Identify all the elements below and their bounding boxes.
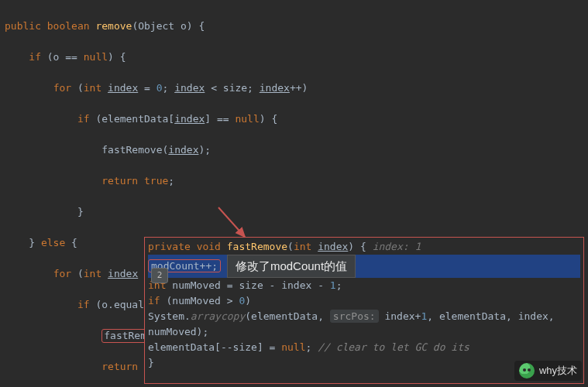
- annotation-label: 修改了modCount的值: [227, 255, 356, 278]
- watermark: why技术: [514, 361, 582, 381]
- watermark-text: why技术: [539, 364, 577, 378]
- wechat-icon: [519, 363, 535, 378]
- highlighted-line: modCount++; 修改了modCount的值: [148, 255, 580, 278]
- gutter-breakpoint-badge[interactable]: 2: [151, 268, 168, 283]
- param-hint-srcpos: srcPos:: [330, 310, 379, 323]
